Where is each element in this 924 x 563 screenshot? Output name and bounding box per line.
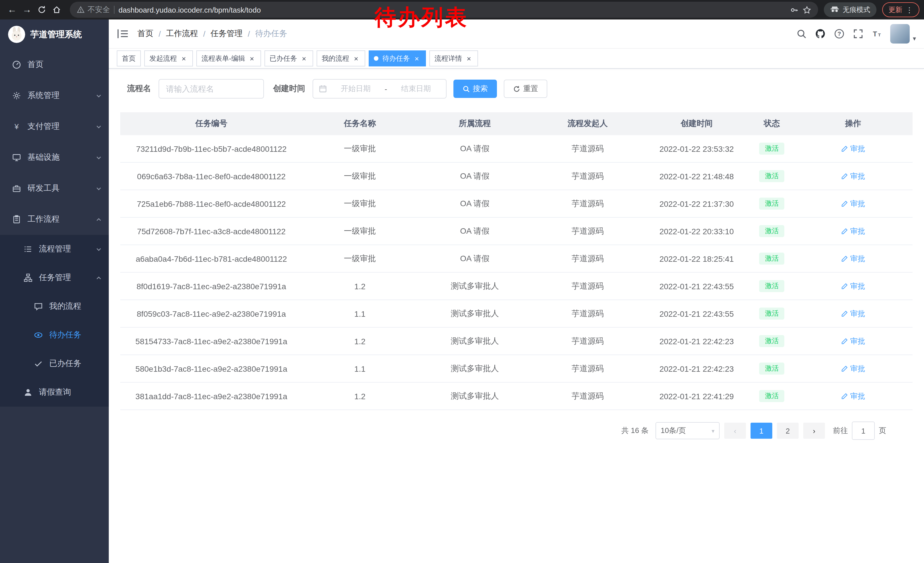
chevron-up-icon xyxy=(96,275,102,281)
process-name-label: 流程名 xyxy=(127,84,151,94)
page-button-1[interactable]: 1 xyxy=(750,423,772,439)
end-date-placeholder[interactable]: 结束日期 xyxy=(392,84,440,94)
sidebar-item-leave-query[interactable]: 请假查询 xyxy=(0,378,109,407)
approve-link[interactable]: 审批 xyxy=(841,308,865,319)
page-url: dashboard.yudao.iocoder.cn/bpm/task/todo xyxy=(118,6,261,14)
tab-process-form-edit[interactable]: 流程表单-编辑 × xyxy=(196,50,261,66)
search-button[interactable]: 搜索 xyxy=(453,80,497,98)
prev-page-button[interactable]: ‹ xyxy=(724,423,746,439)
breadcrumb-current: 待办任务 xyxy=(255,29,287,39)
reset-button[interactable]: 重置 xyxy=(504,80,547,98)
sidebar-toggle-icon[interactable] xyxy=(117,27,129,40)
user-menu[interactable]: ▾ xyxy=(891,24,916,44)
sidebar-item-done-tasks[interactable]: 已办任务 xyxy=(0,349,109,378)
app-title: 芋道管理系统 xyxy=(30,29,82,40)
col-created: 创建时间 xyxy=(643,112,750,135)
process-name-input[interactable] xyxy=(159,79,264,99)
filter-bar: 流程名 创建时间 开始日期 - 结束日期 搜索 xyxy=(109,69,924,108)
sidebar-item-devtools[interactable]: 研发工具 xyxy=(0,173,109,204)
list-icon xyxy=(23,244,33,254)
table-row: 58154733-7ac8-11ec-a9e2-a2380e71991a 1.2… xyxy=(120,327,912,355)
page-button-2[interactable]: 2 xyxy=(777,423,799,439)
browser-forward-button[interactable]: → xyxy=(20,2,34,17)
browser-menu-icon[interactable]: ⋮ xyxy=(906,6,913,14)
start-date-placeholder[interactable]: 开始日期 xyxy=(332,84,380,94)
goto-page-input[interactable] xyxy=(852,422,875,440)
bookmark-star-icon[interactable] xyxy=(802,6,811,14)
approve-link[interactable]: 审批 xyxy=(841,363,865,374)
approve-link[interactable]: 审批 xyxy=(841,391,865,401)
fullscreen-icon[interactable] xyxy=(851,26,866,41)
app-logo-row[interactable]: 芋道管理系统 xyxy=(0,20,109,49)
password-key-icon[interactable] xyxy=(790,6,799,14)
close-icon[interactable]: × xyxy=(352,54,360,62)
sidebar-item-task-management[interactable]: 任务管理 xyxy=(0,263,109,292)
table-row: 381aa1dd-7ac8-11ec-a9e2-a2380e71991a 1.2… xyxy=(120,382,912,410)
browser-home-icon[interactable] xyxy=(49,2,64,17)
close-icon[interactable]: × xyxy=(413,54,421,62)
sidebar-item-process-management[interactable]: 流程管理 xyxy=(0,235,109,263)
sidebar-item-workflow[interactable]: 工作流程 xyxy=(0,204,109,235)
close-icon[interactable]: × xyxy=(180,54,188,62)
table-row: 73211d9d-7b9b-11ec-b5b7-acde48001122 一级审… xyxy=(120,135,912,162)
sidebar-item-home[interactable]: 首页 xyxy=(0,49,109,80)
chevron-down-icon xyxy=(96,246,102,252)
check-icon xyxy=(33,359,43,369)
table-row: 8f059c03-7ac8-11ec-a9e2-a2380e71991a 1.1… xyxy=(120,300,912,327)
close-icon[interactable]: × xyxy=(465,54,473,62)
breadcrumb-home[interactable]: 首页 xyxy=(137,29,153,39)
address-divider xyxy=(114,6,114,14)
page-size-select[interactable]: 10条/页 ▾ xyxy=(656,422,720,439)
breadcrumb: 首页 / 工作流程 / 任务管理 / 待办任务 xyxy=(137,29,287,39)
status-badge: 激活 xyxy=(759,307,784,320)
sidebar-item-payment[interactable]: ¥ 支付管理 xyxy=(0,111,109,142)
status-badge: 激活 xyxy=(759,252,784,264)
annotation-text: 待办列表 xyxy=(374,6,468,28)
tab-my-processes[interactable]: 我的流程 × xyxy=(316,50,365,66)
breadcrumb-workflow[interactable]: 工作流程 xyxy=(166,29,198,39)
security-warning-icon[interactable]: 不安全 xyxy=(77,5,110,15)
close-icon[interactable]: × xyxy=(248,54,256,62)
goto-suffix: 页 xyxy=(879,426,886,436)
breadcrumb-task-management[interactable]: 任务管理 xyxy=(211,29,243,39)
tab-todo-tasks[interactable]: 待办任务 × xyxy=(369,50,426,66)
next-page-button[interactable]: › xyxy=(803,423,825,439)
approve-link[interactable]: 审批 xyxy=(841,198,865,209)
user-avatar[interactable] xyxy=(891,24,910,44)
tab-done-tasks[interactable]: 已办任务 × xyxy=(264,50,313,66)
approve-link[interactable]: 审批 xyxy=(841,254,865,264)
browser-update-button[interactable]: 更新 ⋮ xyxy=(882,2,920,17)
table-row: a6aba0a4-7b6d-11ec-b781-acde48001122 一级审… xyxy=(120,245,912,272)
approve-link[interactable]: 审批 xyxy=(841,171,865,181)
user-icon xyxy=(23,387,33,397)
approve-link[interactable]: 审批 xyxy=(841,336,865,346)
incognito-label: 无痕模式 xyxy=(843,5,870,15)
browser-refresh-icon[interactable] xyxy=(34,2,49,17)
sidebar-item-system[interactable]: 系统管理 xyxy=(0,80,109,111)
approve-link[interactable]: 审批 xyxy=(841,281,865,291)
calendar-icon xyxy=(319,85,327,93)
create-time-range-picker[interactable]: 开始日期 - 结束日期 xyxy=(313,79,447,99)
table-header-row: 任务编号 任务名称 所属流程 流程发起人 创建时间 状态 操作 xyxy=(120,112,912,135)
tab-process-detail[interactable]: 流程详情 × xyxy=(429,50,478,66)
help-icon[interactable]: ? xyxy=(832,26,847,41)
browser-back-button[interactable]: ← xyxy=(4,2,20,17)
tab-start-process[interactable]: 发起流程 × xyxy=(144,50,193,66)
close-icon[interactable]: × xyxy=(300,54,308,62)
approve-link[interactable]: 审批 xyxy=(841,144,865,154)
sidebar-item-todo-tasks[interactable]: 待办任务 xyxy=(0,321,109,349)
sidebar-item-my-processes[interactable]: 我的流程 xyxy=(0,292,109,321)
search-icon[interactable] xyxy=(794,26,809,41)
approve-link[interactable]: 审批 xyxy=(841,226,865,236)
tab-home[interactable]: 首页 xyxy=(117,50,141,66)
task-table-wrap: 任务编号 任务名称 所属流程 流程发起人 创建时间 状态 操作 73211d9d… xyxy=(109,108,924,410)
toolbox-icon xyxy=(12,183,21,193)
chevron-down-icon: ▾ xyxy=(712,428,714,434)
sidebar-item-infrastructure[interactable]: 基础设施 xyxy=(0,142,109,173)
col-task-name: 任务名称 xyxy=(303,112,417,135)
font-size-icon[interactable]: TT xyxy=(870,26,885,41)
svg-text:T: T xyxy=(873,30,878,38)
table-row: 725a1eb6-7b88-11ec-8ef0-acde48001122 一级审… xyxy=(120,190,912,217)
github-icon[interactable] xyxy=(813,26,828,41)
clipboard-icon xyxy=(12,215,21,224)
